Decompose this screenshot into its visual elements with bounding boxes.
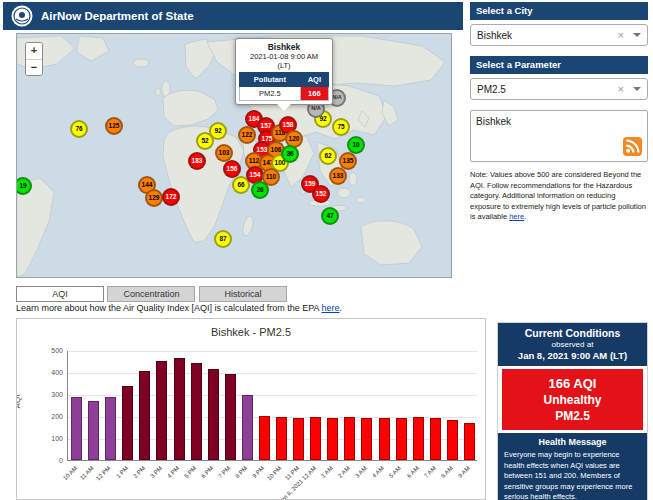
aqi-marker[interactable]: 75 (332, 118, 350, 136)
popup-pollutant-value: PM2.5 (240, 87, 301, 101)
aqi-marker[interactable]: 76 (70, 120, 88, 138)
map-popup: Bishkek 2021-01-08 9:00 AM (LT) Pollutan… (235, 38, 333, 105)
tab-historical[interactable]: Historical (199, 286, 287, 302)
chart-bar (191, 363, 202, 460)
city-dropdown-arrow-icon[interactable] (633, 33, 641, 37)
learn-more-text: Learn more about how the Air Quality Ind… (16, 303, 322, 313)
chart-bar (225, 374, 236, 460)
city-select[interactable]: Bishkek × (470, 24, 648, 46)
chart-x-tick-label: 6 PM (200, 465, 214, 479)
chart-bar (208, 369, 219, 460)
chart-bar (396, 418, 407, 460)
epa-link[interactable]: here (322, 303, 340, 313)
chart-x-tick-label: 8 PM (234, 465, 248, 479)
chart-x-tick-label: 11 AM (79, 465, 95, 481)
map-zoom-control: + − (25, 42, 43, 76)
city-clear-icon[interactable]: × (613, 29, 629, 41)
chart-bar (361, 418, 372, 460)
chart-gridline (68, 351, 477, 352)
chart-bar (447, 420, 458, 460)
chart-bar (139, 371, 150, 460)
chart-bar (122, 386, 133, 460)
chart-x-tick-label: 7 PM (217, 465, 231, 479)
parameter-dropdown-arrow-icon[interactable] (633, 87, 641, 91)
learn-more-line: Learn more about how the Air Quality Ind… (16, 303, 342, 313)
aqi-marker[interactable]: 92 (209, 122, 227, 140)
health-message-text: Everyone may begin to experience health … (504, 450, 641, 500)
aqi-marker[interactable]: 26 (251, 181, 269, 199)
chart-bar (310, 417, 321, 460)
chart-bar (276, 417, 287, 460)
chart-x-tick-label: 8 AM (440, 465, 454, 479)
select-city-header: Select a City (470, 2, 648, 20)
dos-seal-icon (11, 5, 33, 27)
chart-x-tick-label: 9 AM (457, 465, 471, 479)
popup-col-aqi: AQI (300, 73, 328, 87)
chart-bar (464, 423, 475, 460)
chart-bar (105, 397, 116, 460)
chart-title: Bishkek - PM2.5 (17, 326, 485, 338)
chart-bar (88, 401, 99, 460)
aqi-marker[interactable]: 172 (162, 188, 180, 206)
chart-x-tick-label: 7 AM (423, 465, 437, 479)
chart-y-tick-label: 400 (29, 369, 63, 376)
observed-datetime: Jan 8, 2021 9:00 AM (LT) (500, 350, 645, 361)
note-link[interactable]: here (509, 212, 524, 221)
chart-plot-area (67, 351, 477, 461)
chart-bar (413, 417, 424, 460)
current-pollutant: PM2.5 (504, 409, 641, 423)
chart-x-tick-label: 2 AM (337, 465, 351, 479)
select-parameter-header: Select a Parameter (470, 56, 648, 74)
chart-bar (71, 397, 82, 460)
app-header: AirNow Department of State (3, 2, 463, 30)
chart-y-tick-label: 500 (29, 347, 63, 354)
aqi-marker[interactable]: 133 (329, 167, 347, 185)
aqi-marker[interactable]: 122 (238, 126, 256, 144)
chart-y-tick-label: 100 (29, 435, 63, 442)
chart-bar (259, 416, 270, 460)
current-aqi-category: Unhealthy (504, 393, 641, 407)
current-conditions-title: Current Conditions (500, 327, 645, 339)
chart-y-tick-label: 200 (29, 413, 63, 420)
chart-x-tick-label: 3 AM (354, 465, 368, 479)
chart-gridline (68, 373, 477, 374)
aqi-marker[interactable]: 152 (312, 185, 330, 203)
popup-timezone: (LT) (239, 61, 329, 70)
chart-x-tick-label: 1 AM (320, 465, 334, 479)
aqi-world-map[interactable]: + − 197612514412917252921831031566618415… (16, 33, 452, 278)
rss-feed-box: Bishkek (470, 110, 648, 162)
rss-city-label: Bishkek (476, 116, 511, 127)
aqi-marker[interactable]: 135 (339, 152, 357, 170)
aqi-marker[interactable]: 62 (319, 147, 337, 165)
chart-y-tick-label: 300 (29, 391, 63, 398)
parameter-select[interactable]: PM2.5 × (470, 78, 648, 100)
current-conditions-header: Current Conditions observed at Jan 8, 20… (498, 323, 647, 366)
popup-aqi-value: 166 (300, 87, 328, 101)
aqi-marker[interactable]: 125 (105, 117, 123, 135)
tab-aqi[interactable]: AQI (16, 286, 104, 302)
health-message-section: Health Message Everyone may begin to exp… (498, 433, 647, 500)
zoom-out-button[interactable]: − (26, 59, 42, 75)
chart-x-tick-label: 6 AM (406, 465, 420, 479)
aqi-marker[interactable]: 87 (214, 230, 232, 248)
rss-icon[interactable] (623, 137, 642, 156)
chart-bar (430, 418, 441, 460)
chart-x-tick-label: 12 PM (95, 465, 112, 482)
chart-bar (174, 358, 185, 460)
note-text: Note: Values above 500 are considered Be… (470, 170, 646, 221)
aqi-marker[interactable]: 129 (145, 189, 163, 207)
popup-city: Bishkek (239, 42, 329, 52)
aqi-marker[interactable]: 10 (347, 136, 365, 154)
aqi-bar-chart: Bishkek - PM2.5 AQI 010020030040050010 A… (16, 318, 486, 500)
parameter-clear-icon[interactable]: × (613, 83, 629, 95)
chart-bar (344, 417, 355, 460)
aqi-marker[interactable]: 183 (188, 152, 206, 170)
tab-concentration[interactable]: Concentration (107, 286, 195, 302)
aqi-marker[interactable]: 36 (281, 145, 299, 163)
note-period: . (524, 212, 526, 221)
chart-bar (327, 418, 338, 460)
view-tabs: AQI Concentration Historical (16, 283, 286, 299)
aqi-marker[interactable]: 47 (321, 207, 339, 225)
zoom-in-button[interactable]: + (26, 43, 42, 59)
current-aqi-value: 166 AQI (504, 376, 641, 391)
